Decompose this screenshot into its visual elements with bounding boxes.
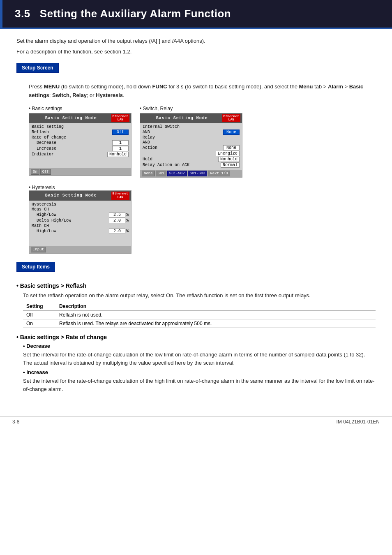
screen-row: Rate of change: [32, 135, 129, 140]
switch-relay-footer: None S01 S01-S02 S01-S03 Next 1/8: [140, 170, 242, 177]
screen-row: Delta High/Low 2.0 %: [32, 218, 129, 223]
section-number: 3.5: [15, 7, 30, 20]
hysteresis-label: • Hysteresis: [29, 185, 55, 190]
page-container: 3.5 Setting the Auxiliary Alarm Function…: [0, 0, 392, 555]
intro-line2: For a description of the function, see s…: [16, 48, 376, 56]
screen-row: Relay: [143, 135, 240, 140]
hysteresis-title: Basic Setting Mode: [31, 193, 111, 198]
footer-btn-s01-s03[interactable]: S01-S03: [188, 171, 208, 176]
intro-line1: Set the alarm display and operation of t…: [16, 37, 376, 45]
section2-title: • Basic settings > Rate of change: [16, 334, 376, 340]
table-row: On Reflash is used. The relays are deact…: [23, 319, 376, 328]
table-cell-setting: Off: [23, 311, 56, 319]
basic-settings-screen: Basic Setting Mode Ethernet LAN Basic se…: [29, 113, 131, 176]
screen-row: High/Low 2.0 %: [32, 229, 129, 234]
screen-row: AND: [143, 140, 240, 145]
table-header-setting: Setting: [23, 302, 56, 311]
hysteresis-screen: Basic Setting Mode Ethernet LAN Hysteres…: [29, 190, 131, 254]
section1-title: • Basic settings > Reflash: [16, 282, 376, 289]
footer-btn-none[interactable]: None: [142, 171, 155, 176]
table-row: Off Reflash is not used.: [23, 311, 376, 319]
screen-row: Hold Nonhold: [143, 157, 240, 162]
switch-relay-panel: • Switch, Relay Basic Setting Mode Ether…: [140, 106, 242, 178]
basic-settings-body: Basic setting Reflash Off Rate of change: [29, 123, 131, 168]
screen-row: Internal Switch: [143, 125, 240, 129]
section-heading: Setting the Auxiliary Alarm Function: [40, 7, 231, 20]
footer-btn-on[interactable]: On: [31, 169, 39, 175]
footer-btn-off[interactable]: Off: [40, 169, 51, 175]
section2-sub2-text: Set the interval for the rate-of-change …: [16, 377, 376, 393]
page-number: 3-8: [12, 419, 19, 425]
screen-row: Math CH: [32, 224, 129, 228]
settings-table: Setting Description Off Reflash is not u…: [23, 302, 376, 328]
screen-row: High/Low 2.5 %: [32, 212, 129, 217]
setup-items-badge: Setup Items: [16, 262, 55, 272]
footer-btn-s01-s02[interactable]: S01-S02: [167, 171, 187, 176]
content-area: Set the alarm display and operation of t…: [0, 29, 392, 404]
hysteresis-wrapper: • Hysteresis Basic Setting Mode Ethernet…: [16, 184, 376, 254]
screen-row: Action None: [143, 145, 240, 150]
screen-row: Hysteresis: [32, 202, 129, 207]
switch-relay-title: Basic Setting Mode: [142, 116, 222, 120]
basic-settings-label: • Basic settings: [29, 106, 131, 111]
section1-text: To set the reflash operation on the alar…: [16, 291, 376, 300]
screen-row: Energize: [143, 151, 240, 156]
setup-items-section: • Basic settings > Reflash To set the re…: [16, 282, 376, 393]
footer-btn-next[interactable]: Next 1/8: [208, 171, 230, 176]
hysteresis-body: Hysteresis Meas CH High/Low 2.5 % Delta …: [29, 201, 131, 246]
doc-id: IM 04L21B01-01EN: [337, 419, 380, 425]
section2-sub1-text: Set the interval for the rate-of-change …: [16, 351, 376, 367]
ethernet-badge-2: Ethernet LAN: [222, 114, 240, 123]
table-cell-setting: On: [23, 319, 56, 328]
switch-relay-body: Internal Switch AND None Relay AND: [140, 123, 242, 170]
switch-relay-screen: Basic Setting Mode Ethernet LAN Internal…: [140, 113, 242, 178]
screens-row: • Basic settings Basic Setting Mode Ethe…: [16, 106, 376, 178]
screen-row: Increase 1: [32, 146, 129, 151]
screen-row: Decrease 1: [32, 140, 129, 146]
section-title: 3.5 Setting the Auxiliary Alarm Function: [15, 7, 231, 20]
setup-screen-badge: Setup Screen: [16, 63, 59, 73]
screen-row: Basic setting: [32, 125, 129, 129]
basic-settings-panel: • Basic settings Basic Setting Mode Ethe…: [29, 106, 131, 178]
basic-settings-footer: On Off: [29, 168, 131, 176]
section2-sub2-title: • Increase: [16, 369, 376, 375]
footer-btn-input[interactable]: Input: [31, 247, 46, 252]
hysteresis-footer: Input: [29, 246, 131, 253]
screen-row: Reflash Off: [32, 130, 129, 135]
switch-relay-header: Basic Setting Mode Ethernet LAN: [140, 113, 242, 123]
basic-settings-title: Basic Setting Mode: [31, 116, 111, 120]
screen-row: Indicator Nonhold: [32, 152, 129, 157]
screen-row: Meas CH: [32, 207, 129, 212]
section-header: 3.5 Setting the Auxiliary Alarm Function: [0, 0, 392, 28]
table-cell-description: Reflash is used. The relays are deactiva…: [56, 319, 376, 328]
table-cell-description: Reflash is not used.: [56, 311, 376, 319]
press-instructions: Press MENU (to switch to setting mode), …: [16, 83, 376, 100]
switch-relay-label: • Switch, Relay: [140, 106, 242, 111]
screen-row: Relay Action on ACK Normal: [143, 162, 240, 168]
hysteresis-header: Basic Setting Mode Ethernet LAN: [29, 191, 131, 201]
page-footer: 3-8 IM 04L21B01-01EN: [0, 416, 392, 427]
screen-row: AND None: [143, 130, 240, 135]
table-header-description: Description: [56, 302, 376, 311]
ethernet-badge-1: Ethernet LAN: [111, 114, 129, 123]
basic-settings-header: Basic Setting Mode Ethernet LAN: [29, 113, 131, 123]
section2-sub1-title: • Decrease: [16, 343, 376, 349]
ethernet-badge-3: Ethernet LAN: [111, 192, 129, 200]
footer-btn-s01[interactable]: S01: [156, 171, 166, 176]
